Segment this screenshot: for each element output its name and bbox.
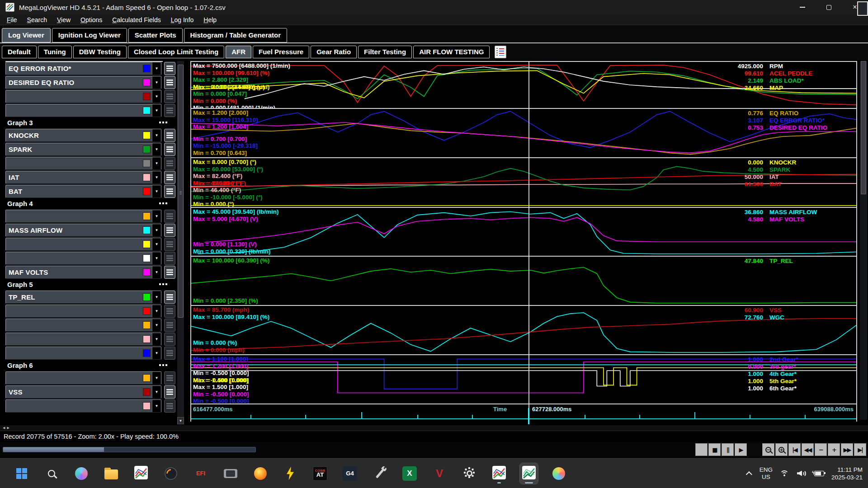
channel-menu-button[interactable] — [164, 385, 175, 399]
channel-select[interactable]: BAT▼ — [5, 185, 161, 198]
graph-panel-eq-group[interactable]: Max = 1.200 [2.000]Max = 15.000 [116.310… — [191, 109, 856, 158]
group-options-button[interactable] — [159, 122, 167, 123]
playback-skip-end-button[interactable]: ▶| — [854, 443, 866, 456]
graph-panel-airflow-group[interactable]: Max = 45.000 [39.540] (lb/min)Max = 5.00… — [191, 208, 856, 257]
channel-dropdown-icon[interactable]: ▼ — [152, 224, 161, 236]
channel-menu-button[interactable] — [164, 157, 175, 170]
channel-select[interactable]: TP_REL▼ — [5, 291, 161, 304]
scroll-right-icon[interactable]: ▶ — [7, 426, 9, 430]
channel-row-empty[interactable]: ▼ — [5, 399, 175, 413]
wrench-icon[interactable] — [371, 463, 389, 484]
channel-row-empty[interactable]: ▼ — [5, 210, 175, 223]
tray-expand-icon[interactable] — [745, 471, 752, 478]
playback-step-back-button[interactable]: − — [815, 443, 827, 456]
channel-row-empty[interactable]: ▼ — [5, 347, 175, 360]
channel-select[interactable]: ▼ — [5, 238, 161, 251]
view-tab-closed-loop-limit-testing[interactable]: Closed Loop Limit Testing — [128, 46, 224, 58]
channel-menu-button[interactable] — [164, 76, 175, 89]
view-tab-filter-testing[interactable]: Filter Testing — [358, 46, 412, 58]
playback-skip-start-button[interactable]: |◀ — [788, 443, 801, 456]
playback-step-forward-button[interactable]: + — [828, 443, 840, 456]
channel-row-empty[interactable]: ▼ — [5, 319, 175, 332]
channel-dropdown-icon[interactable]: ▼ — [152, 62, 161, 75]
channel-menu-button[interactable] — [164, 238, 175, 251]
menu-file[interactable]: File — [3, 15, 21, 24]
channel-dropdown-icon[interactable]: ▼ — [152, 266, 161, 278]
horizontal-scrollbar[interactable]: ◀ ▶ — [0, 425, 868, 431]
menu-search[interactable]: Search — [23, 15, 51, 24]
channel-menu-button[interactable] — [164, 305, 175, 318]
channel-row-spark[interactable]: SPARK▼ — [5, 143, 175, 156]
channel-select[interactable]: ▼ — [5, 90, 161, 103]
channel-dropdown-icon[interactable]: ▼ — [152, 291, 161, 303]
playback-progress-bar[interactable] — [3, 447, 256, 452]
active-log-app-icon[interactable] — [520, 463, 538, 484]
file-explorer-icon[interactable] — [102, 463, 120, 484]
menu-view[interactable]: View — [53, 15, 75, 24]
channel-color-swatch[interactable] — [143, 349, 151, 357]
channel-menu-button[interactable] — [164, 62, 175, 75]
sidebar-scroll-down-button[interactable]: ▼ — [177, 417, 184, 424]
channel-color-swatch[interactable] — [143, 335, 151, 343]
channel-row-vss[interactable]: VSS▼ — [5, 385, 175, 399]
channel-select[interactable]: MASS AIRFLOW▼ — [5, 224, 161, 237]
channel-color-swatch[interactable] — [143, 212, 151, 220]
copilot-icon[interactable] — [72, 463, 90, 484]
group-options-button[interactable] — [159, 283, 167, 285]
channel-menu-button[interactable] — [164, 319, 175, 332]
view-tab-air-flow-testing[interactable]: AIR FLOW TESTING — [413, 46, 490, 58]
channel-select[interactable]: DESIRED EQ RATIO▼ — [5, 76, 161, 89]
graph-panel-speed-group[interactable]: Max = 85.700 (mph)Max = 100.000 [89.410]… — [191, 306, 856, 355]
channel-dropdown-icon[interactable]: ▼ — [152, 386, 161, 398]
channel-menu-button[interactable] — [164, 171, 175, 184]
channel-select[interactable]: ▼ — [5, 104, 161, 117]
firefox-icon[interactable] — [251, 463, 269, 484]
graph-panel-throttle-group[interactable]: Max = 100.000 [60.390] (%)Min = 0.000 [2… — [191, 257, 856, 306]
sidebar-scrollbar-thumb[interactable] — [178, 65, 184, 318]
playback-speed-button[interactable] — [695, 443, 708, 456]
graph-panel-rpm-group[interactable]: Max = 7500.000 [6488.000] (1/min)Max = 1… — [191, 61, 856, 109]
maximize-button[interactable] — [816, 0, 842, 14]
graph-scrollbar[interactable] — [860, 61, 867, 420]
efi-analytics-icon[interactable]: EFI — [192, 463, 210, 484]
channel-color-swatch[interactable] — [143, 374, 151, 382]
channel-select[interactable]: VSS▼ — [5, 385, 161, 399]
playback-pause-button[interactable]: || — [722, 443, 734, 456]
view-tab-afr[interactable]: AFR — [226, 46, 251, 58]
channel-row-empty[interactable]: ▼ — [5, 238, 175, 251]
channel-menu-button[interactable] — [164, 347, 175, 360]
channel-color-swatch[interactable] — [143, 226, 151, 234]
channel-select[interactable]: MAF VOLTS▼ — [5, 266, 161, 279]
channel-color-swatch[interactable] — [143, 131, 151, 139]
channel-select[interactable]: ▼ — [5, 157, 161, 170]
channel-menu-button[interactable] — [164, 129, 175, 142]
tab-overflow-button[interactable] — [857, 1, 868, 16]
search-button[interactable] — [42, 463, 61, 484]
channel-menu-button[interactable] — [164, 185, 175, 198]
channel-row-iat[interactable]: IAT▼ — [5, 171, 175, 184]
playback-stop-button[interactable]: ■ — [708, 443, 721, 456]
channel-dropdown-icon[interactable]: ▼ — [152, 129, 161, 141]
cursor-line[interactable] — [528, 61, 529, 408]
tab-histogram-table-generator[interactable]: Histogram / Table Generator — [184, 28, 288, 42]
g4-tuner-icon[interactable]: G4 — [341, 463, 359, 484]
channel-dropdown-icon[interactable]: ▼ — [152, 185, 161, 197]
channel-row-empty[interactable]: ▼ — [5, 305, 175, 318]
scroll-left-icon[interactable]: ◀ — [3, 426, 5, 430]
channel-menu-button[interactable] — [164, 143, 175, 156]
channel-menu-button[interactable] — [164, 333, 175, 346]
lightning-icon[interactable] — [281, 463, 299, 484]
channel-color-swatch[interactable] — [143, 188, 151, 195]
group-options-button[interactable] — [159, 202, 167, 204]
channel-row-empty[interactable]: ▼ — [5, 371, 175, 385]
channel-dropdown-icon[interactable]: ▼ — [152, 305, 161, 317]
view-tab-default[interactable]: Default — [2, 46, 37, 58]
channel-color-swatch[interactable] — [143, 145, 151, 153]
menu-log-info[interactable]: Log Info — [167, 15, 198, 24]
channel-color-swatch[interactable] — [143, 321, 151, 329]
channel-dropdown-icon[interactable]: ▼ — [152, 372, 161, 384]
versatuner-icon[interactable]: V — [430, 463, 448, 484]
sidebar-scrollbar[interactable]: ▼ — [177, 61, 184, 424]
channel-row-knockr[interactable]: KNOCKR▼ — [5, 129, 175, 142]
volume-icon[interactable] — [797, 470, 807, 477]
